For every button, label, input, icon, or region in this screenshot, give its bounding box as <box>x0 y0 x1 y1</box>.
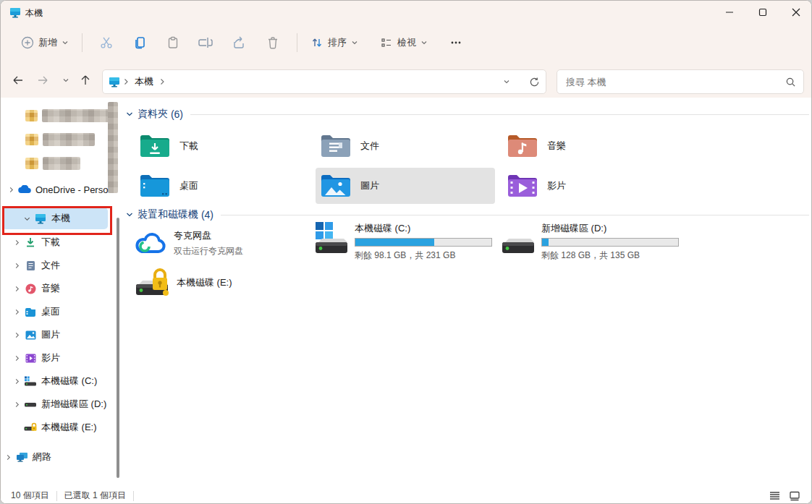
folder-tile-documents[interactable]: 文件 <box>316 128 495 164</box>
search-icon <box>785 77 796 87</box>
new-button[interactable]: 新增 <box>15 32 75 54</box>
group-title: 裝置和磁碟機 <box>138 208 198 221</box>
rename-icon <box>198 35 214 50</box>
trash-icon <box>266 35 280 50</box>
minimize-button[interactable] <box>713 1 746 24</box>
delete-button[interactable] <box>261 30 285 55</box>
sidebar-item-label: 音樂 <box>41 282 60 295</box>
drive-name: 新增磁碟區 (D:) <box>541 222 679 235</box>
drive-tile-quark[interactable]: 夸克网盘 双击运行夸克网盘 <box>135 228 311 258</box>
sidebar-item-videos[interactable]: 影片 <box>1 347 117 369</box>
folder-tile-pictures[interactable]: 圖片 <box>316 168 495 204</box>
sidebar-item-documents[interactable]: 文件 <box>1 255 117 276</box>
drive-tile-c[interactable]: 本機磁碟 (C:) 剩餘 98.1 GB，共 231 GB <box>313 221 495 262</box>
sidebar-item-network[interactable]: 網路 <box>1 446 117 468</box>
videos-folder-icon <box>507 173 538 199</box>
view-button-label: 檢視 <box>397 36 416 49</box>
back-button[interactable] <box>8 70 28 90</box>
sort-button-label: 排序 <box>328 36 347 49</box>
breadcrumb-chevron-icon <box>159 78 165 85</box>
view-icon <box>380 36 393 49</box>
copy-icon <box>132 35 147 50</box>
downloads-icon <box>25 237 35 248</box>
close-button[interactable] <box>779 1 812 24</box>
drive-e-locked-icon <box>24 422 37 433</box>
search-input[interactable] <box>564 76 785 88</box>
status-separator <box>133 491 134 501</box>
cut-button[interactable] <box>94 30 119 55</box>
breadcrumb-chevron-icon <box>123 78 129 85</box>
breadcrumb-this-pc[interactable]: 本機 <box>135 75 153 88</box>
chevron-down-icon <box>126 111 133 118</box>
navigation-pane: OneDrive - Perso 本機 下載 文件 音樂 <box>1 98 122 487</box>
sidebar-item-redacted[interactable] <box>1 129 117 150</box>
rename-button[interactable] <box>194 30 219 55</box>
sidebar-item-onedrive[interactable]: OneDrive - Perso <box>1 179 117 200</box>
address-bar[interactable]: 本機 <box>102 69 546 94</box>
music-folder-icon <box>507 133 538 159</box>
maximize-button[interactable] <box>746 1 779 24</box>
forward-button[interactable] <box>33 70 53 90</box>
folder-tile-desktop[interactable]: 桌面 <box>135 168 314 204</box>
group-header-drives[interactable]: 裝置和磁碟機 (4) <box>126 208 809 221</box>
chevron-right-icon <box>14 355 20 362</box>
drive-name: 本機磁碟 (E:) <box>177 276 232 289</box>
folder-tile-label: 桌面 <box>179 179 198 192</box>
sidebar-item-drive-e[interactable]: 本機磁碟 (E:) <box>1 417 117 438</box>
drive-tile-e[interactable]: 本機磁碟 (E:) <box>135 265 311 300</box>
new-button-label: 新增 <box>38 36 57 49</box>
arrow-left-icon <box>12 74 24 86</box>
folder-tile-label: 圖片 <box>360 179 379 192</box>
plus-circle-icon <box>21 36 34 49</box>
onedrive-icon <box>18 185 31 194</box>
sidebar-item-redacted[interactable] <box>1 105 117 127</box>
share-icon <box>232 35 247 50</box>
sidebar-item-pictures[interactable]: 圖片 <box>1 324 117 346</box>
details-view-button[interactable] <box>765 491 784 500</box>
network-icon <box>16 452 28 462</box>
copy-button[interactable] <box>127 30 152 55</box>
sidebar-item-music[interactable]: 音樂 <box>1 278 117 299</box>
sidebar-item-label: 下載 <box>41 236 60 249</box>
window-title: 本機 <box>25 7 43 20</box>
sidebar-item-label: 新增磁碟區 (D:) <box>41 398 106 411</box>
folder-tile-videos[interactable]: 影片 <box>502 168 682 204</box>
sidebar-item-desktop[interactable]: 桌面 <box>1 301 117 323</box>
arrow-up-icon <box>80 74 91 86</box>
sidebar-item-label: 圖片 <box>41 328 60 341</box>
large-icons-view-icon <box>789 491 800 501</box>
chevron-down-icon <box>351 39 358 46</box>
paste-button[interactable] <box>161 30 185 55</box>
address-dropdown-icon[interactable] <box>503 78 510 85</box>
sort-icon <box>310 36 323 49</box>
refresh-icon[interactable] <box>529 77 540 87</box>
folder-tile-label: 影片 <box>547 179 566 192</box>
sidebar-item-drive-c[interactable]: 本機磁碟 (C:) <box>1 370 117 392</box>
sort-button[interactable]: 排序 <box>305 32 364 54</box>
sidebar-item-redacted[interactable] <box>1 153 117 174</box>
folder-tile-music[interactable]: 音樂 <box>502 128 682 164</box>
folder-tile-downloads[interactable]: 下載 <box>135 128 314 164</box>
chevron-right-icon <box>14 332 20 338</box>
view-button[interactable]: 檢視 <box>374 32 434 54</box>
folder-tile-label: 音樂 <box>547 140 566 153</box>
recent-locations-button[interactable] <box>56 70 76 90</box>
quark-cloud-icon <box>135 228 168 258</box>
group-header-folders[interactable]: 資料夾 (6) <box>126 108 809 121</box>
search-box[interactable] <box>557 69 804 94</box>
sidebar-scrollbar[interactable] <box>117 218 119 478</box>
item-count: 10 個項目 <box>11 490 49 502</box>
large-icons-view-button[interactable] <box>784 491 805 501</box>
share-button[interactable] <box>227 30 252 55</box>
sidebar-item-label: 桌面 <box>41 305 60 318</box>
more-options-button[interactable] <box>444 30 468 55</box>
sidebar-item-drive-d[interactable]: 新增磁碟區 (D:) <box>1 393 117 415</box>
drive-tile-d[interactable]: 新增磁碟區 (D:) 剩餘 128 GB，共 135 GB <box>499 221 682 262</box>
folder-tile-label: 文件 <box>360 140 379 153</box>
chevron-right-icon <box>8 187 14 193</box>
group-count: (6) <box>171 108 183 120</box>
chevron-down-icon <box>126 211 133 218</box>
up-button[interactable] <box>75 70 96 90</box>
sidebar-item-label: 本機磁碟 (C:) <box>41 375 97 388</box>
redacted-folder-icon <box>25 110 38 121</box>
